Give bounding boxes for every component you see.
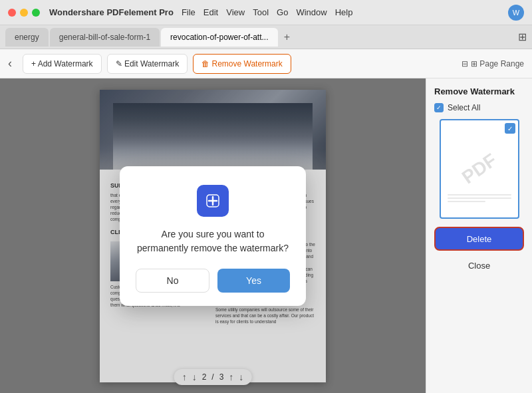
menu-view[interactable]: View <box>222 6 249 19</box>
menu-help[interactable]: Help <box>331 6 357 19</box>
tab-general-bill[interactable]: general-bill-of-sale-form-1 <box>50 28 160 47</box>
select-all-checkbox[interactable]: ✓ <box>434 103 444 112</box>
back-button[interactable]: ‹ <box>8 57 12 70</box>
select-all-row[interactable]: ✓ Select All <box>434 103 524 112</box>
maximize-window-button[interactable] <box>32 9 40 17</box>
tabs-bar: energy general-bill-of-sale-form-1 revoc… <box>0 25 532 49</box>
grid-view-icon[interactable]: ⊞ <box>518 31 527 43</box>
page-range-icon: ⊟ <box>462 59 468 68</box>
close-button[interactable]: Close <box>434 255 524 276</box>
menu-go[interactable]: Go <box>273 6 292 19</box>
menu-bar: Wondershare PDFelement Pro File Edit Vie… <box>45 6 356 19</box>
remove-watermark-button[interactable]: 🗑 Remove Watermark <box>193 54 291 74</box>
toolbar: ‹ + Add Watermark ✎ Edit Watermark 🗑 Rem… <box>0 49 532 78</box>
user-avatar[interactable]: W <box>508 5 524 21</box>
dialog-buttons: No Yes <box>136 269 290 293</box>
menu-edit[interactable]: Edit <box>200 6 222 19</box>
page-range-control[interactable]: ⊟ ⊞ Page Range <box>462 59 524 68</box>
menu-file[interactable]: File <box>178 6 200 19</box>
thumbnail-lines <box>448 194 511 204</box>
dialog-no-button[interactable]: No <box>136 269 209 293</box>
title-bar: Wondershare PDFelement Pro File Edit Vie… <box>0 0 532 25</box>
dialog-yes-button[interactable]: Yes <box>217 269 290 293</box>
menu-tool[interactable]: Tool <box>249 6 273 19</box>
dialog-overlay: Are you sure you want to permanently rem… <box>0 78 426 393</box>
select-all-label: Select All <box>448 103 480 112</box>
dialog-app-icon <box>197 185 229 217</box>
edit-watermark-button[interactable]: ✎ Edit Watermark <box>107 54 188 74</box>
main-layout: SUPPORT FOR SERVICES that everyone is a … <box>0 78 532 393</box>
traffic-lights <box>8 9 40 17</box>
thumbnail-check-icon: ✓ <box>505 123 515 134</box>
window-controls <box>8 9 40 17</box>
minimize-window-button[interactable] <box>20 9 28 17</box>
page-range-label: ⊞ Page Range <box>471 59 524 68</box>
tab-revocation[interactable]: revocation-of-power-of-att... <box>161 28 277 47</box>
pdf-thumbnail[interactable]: ✓ PDF <box>440 119 519 219</box>
new-tab-button[interactable]: + <box>279 29 295 45</box>
menu-window[interactable]: Window <box>292 6 331 19</box>
tab-energy[interactable]: energy <box>5 28 49 47</box>
thumbnail-pdf-label: PDF <box>458 150 500 188</box>
add-watermark-button[interactable]: + Add Watermark <box>23 54 102 74</box>
pdf-area: SUPPORT FOR SERVICES that everyone is a … <box>0 78 426 393</box>
delete-button[interactable]: Delete <box>434 227 524 251</box>
right-panel: Remove Watermark ✓ Select All ✓ PDF Dele… <box>426 78 532 393</box>
confirm-dialog: Are you sure you want to permanently rem… <box>120 166 306 306</box>
dialog-message: Are you sure you want to permanently rem… <box>136 227 290 255</box>
close-window-button[interactable] <box>8 9 16 17</box>
app-name-label: Wondershare PDFelement Pro <box>45 6 178 19</box>
panel-title: Remove Watermark <box>434 86 524 96</box>
